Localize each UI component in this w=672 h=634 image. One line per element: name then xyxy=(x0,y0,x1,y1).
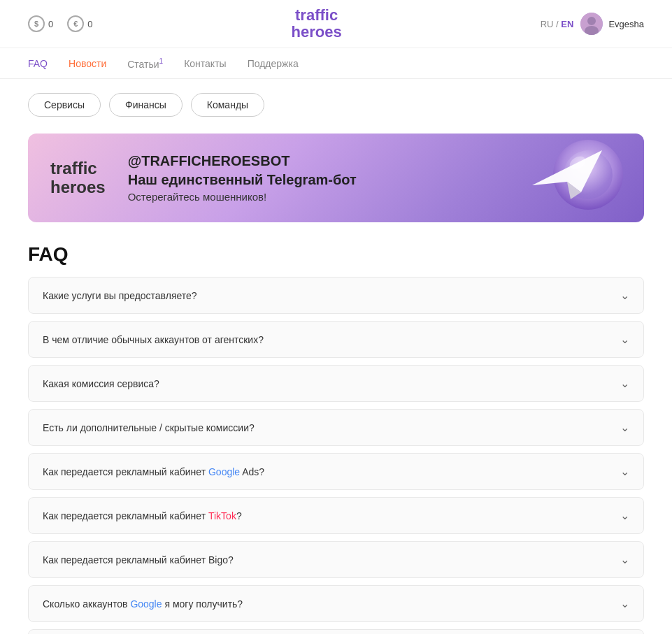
faq-item[interactable]: Как передается рекламный кабинет TikTok?… xyxy=(28,497,644,534)
faq-item[interactable]: Сколько аккаунтов Google я могу получить… xyxy=(28,585,644,622)
language-switcher: RU / EN xyxy=(541,19,574,29)
faq-title: FAQ xyxy=(28,243,644,266)
filter-services[interactable]: Сервисы xyxy=(28,93,101,117)
site-logo[interactable]: traffic heroes xyxy=(292,7,342,41)
logo-line1: traffic xyxy=(292,7,342,24)
dollar-balance: $ 0 xyxy=(28,15,53,32)
euro-icon: € xyxy=(67,15,84,32)
nav-bar: FAQ Новости Статьи1 Контакты Поддержка xyxy=(0,48,672,79)
nav-news[interactable]: Новости xyxy=(69,50,106,78)
faq-item[interactable]: Какие услуги вы предоставляете? ⌄ xyxy=(28,277,644,314)
chevron-down-icon: ⌄ xyxy=(620,377,629,390)
faq-item[interactable]: Сколько аккаунтов TikTok я могу получить… xyxy=(28,629,644,634)
top-right-area: RU / EN Evgesha xyxy=(541,13,644,35)
svg-point-1 xyxy=(587,17,596,25)
faq-item[interactable]: Есть ли дополнительные / скрытые комисси… xyxy=(28,409,644,446)
nav-contacts[interactable]: Контакты xyxy=(184,50,226,78)
faq-question: Какие услуги вы предоставляете? xyxy=(43,290,197,301)
chevron-down-icon: ⌄ xyxy=(620,509,629,522)
faq-question: Есть ли дополнительные / скрытые комисси… xyxy=(43,422,255,433)
banner-graphic xyxy=(490,134,644,222)
chevron-down-icon: ⌄ xyxy=(620,421,629,434)
chevron-down-icon: ⌄ xyxy=(620,553,629,566)
nav-links: FAQ Новости Статьи1 Контакты Поддержка xyxy=(28,49,299,78)
chevron-down-icon: ⌄ xyxy=(620,465,629,478)
euro-balance: € 0 xyxy=(67,15,92,32)
faq-question: Сколько аккаунтов Google я могу получить… xyxy=(43,598,243,610)
nav-articles[interactable]: Статьи1 xyxy=(127,49,163,78)
balance-area: $ 0 € 0 xyxy=(28,15,92,32)
faq-question: Как передается рекламный кабинет Google … xyxy=(43,466,264,477)
chevron-down-icon: ⌄ xyxy=(620,289,629,302)
logo-line2: heroes xyxy=(292,24,342,41)
filter-buttons: Сервисы Финансы Команды xyxy=(28,93,644,117)
faq-question: Как передается рекламный кабинет Bigo? xyxy=(43,554,234,565)
faq-item[interactable]: Как передается рекламный кабинет Bigo? ⌄ xyxy=(28,541,644,578)
telegram-banner[interactable]: traffic heroes @TRAFFICHEROESBOT Наш еди… xyxy=(28,134,644,222)
euro-value: 0 xyxy=(87,19,92,29)
faq-question: В чем отличие обычных аккаунтов от агент… xyxy=(43,334,264,345)
chevron-down-icon: ⌄ xyxy=(620,333,629,346)
filter-finances[interactable]: Финансы xyxy=(109,93,183,117)
faq-question: Как передается рекламный кабинет TikTok? xyxy=(43,510,242,521)
dollar-value: 0 xyxy=(48,19,53,29)
banner-logo: traffic heroes xyxy=(50,159,106,196)
dollar-icon: $ xyxy=(28,15,45,32)
faq-item[interactable]: Какая комиссия сервиса? ⌄ xyxy=(28,365,644,402)
filter-teams[interactable]: Команды xyxy=(191,93,264,117)
faq-question: Какая комиссия сервиса? xyxy=(43,378,159,389)
lang-ru[interactable]: RU xyxy=(541,19,554,29)
nav-support[interactable]: Поддержка xyxy=(248,50,299,78)
faq-item[interactable]: В чем отличие обычных аккаунтов от агент… xyxy=(28,321,644,358)
user-area[interactable]: Evgesha xyxy=(580,13,644,35)
telegram-graphic-svg xyxy=(511,136,623,220)
top-bar: $ 0 € 0 traffic heroes RU / EN Evgesha xyxy=(0,0,672,48)
faq-list: Какие услуги вы предоставляете? ⌄ В чем … xyxy=(28,277,644,634)
main-content: Сервисы Финансы Команды traffic heroes @… xyxy=(0,79,672,634)
chevron-down-icon: ⌄ xyxy=(620,597,629,610)
user-name: Evgesha xyxy=(608,19,644,29)
nav-faq[interactable]: FAQ xyxy=(28,50,48,78)
avatar xyxy=(580,13,603,35)
lang-en[interactable]: EN xyxy=(561,19,573,29)
faq-item[interactable]: Как передается рекламный кабинет Google … xyxy=(28,453,644,490)
